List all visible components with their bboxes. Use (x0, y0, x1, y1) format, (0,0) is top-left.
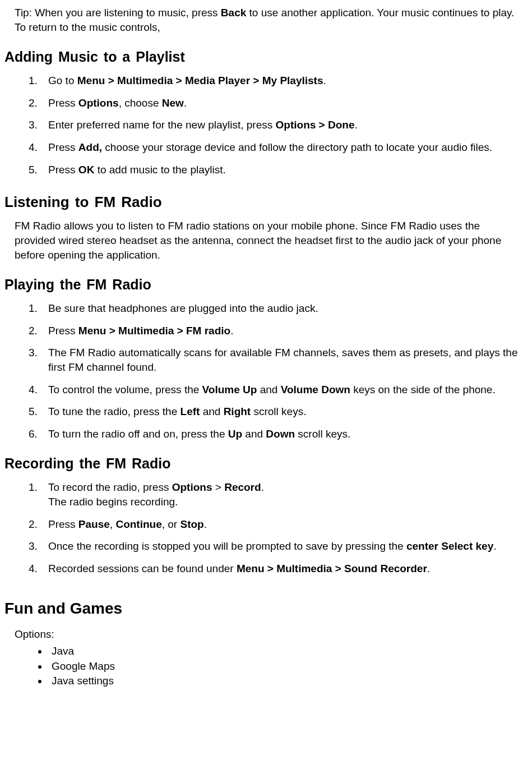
step-text: Once the recording is stopped you will b… (48, 540, 406, 552)
step-text: To record the radio, press (48, 481, 172, 493)
key-ok: OK (78, 164, 95, 176)
step-text: scroll keys. (251, 406, 306, 417)
step-text: Enter preferred name for the new playlis… (48, 119, 276, 131)
step-text: choose your storage device and follow th… (102, 141, 492, 153)
key-volume-down: Volume Down (281, 384, 350, 395)
list-playing-fm: Be sure that headphones are plugged into… (4, 301, 521, 441)
key-stop: Stop (180, 518, 203, 530)
fm-intro-paragraph: FM Radio allows you to listen to FM radi… (15, 219, 521, 262)
key-record: Record (224, 481, 261, 493)
list-item: Press Menu > Multimedia > FM radio. (40, 324, 521, 338)
key-options: Options (172, 481, 212, 493)
list-adding-music: Go to Menu > Multimedia > Media Player >… (4, 73, 521, 177)
list-item: Press Options, choose New. (40, 96, 521, 111)
step-text: . (354, 119, 357, 131)
step-text: keys on the side of the phone. (350, 384, 496, 395)
list-item: Press Add, choose your storage device an… (40, 140, 521, 155)
key-right: Right (224, 406, 251, 417)
step-text: > (212, 481, 225, 493)
key-continue: Continue (115, 518, 161, 530)
list-item: Be sure that headphones are plugged into… (40, 301, 521, 316)
step-text: Press (48, 141, 78, 153)
step-text: , (110, 518, 116, 530)
step-text: Go to (48, 75, 77, 86)
menu-path: Menu > Multimedia > Sound Recorder (237, 563, 427, 574)
list-item: To turn the radio off and on, press the … (40, 427, 521, 441)
step-text: . (261, 481, 264, 493)
step-text: Press (48, 325, 78, 337)
step-text: , choose (119, 97, 162, 109)
options-label: Options: (15, 627, 521, 642)
step-text: . (230, 325, 233, 337)
list-item: Recorded sessions can be found under Men… (40, 561, 521, 576)
step-text: Press (48, 97, 78, 109)
bullet-item: Google Maps (48, 659, 521, 674)
key-center-select: center Select key (406, 540, 493, 552)
step-text: The FM Radio automatically scans for ava… (48, 347, 517, 373)
list-item: To record the radio, press Options > Rec… (40, 480, 521, 509)
heading-recording-fm: Recording the FM Radio (4, 454, 521, 473)
key-add: Add, (78, 141, 102, 153)
key-options-done: Options > Done (276, 119, 355, 131)
step-text: . (323, 75, 326, 86)
key-new: New (162, 97, 184, 109)
heading-playing-fm: Playing the FM Radio (4, 275, 521, 294)
step-text: and (257, 384, 280, 395)
step-text: . (493, 540, 496, 552)
step-text: and (200, 406, 223, 417)
tip-back-key: Back (221, 7, 246, 19)
key-pause: Pause (78, 518, 110, 530)
key-left: Left (181, 406, 200, 417)
key-volume-up: Volume Up (202, 384, 257, 395)
list-item: Once the recording is stopped you will b… (40, 539, 521, 554)
step-text: Recorded sessions can be found under (48, 563, 237, 574)
list-item: To control the volume, press the Volume … (40, 383, 521, 397)
step-text: Press (48, 518, 78, 530)
bullet-item: Java (48, 644, 521, 659)
list-item: The FM Radio automatically scans for ava… (40, 346, 521, 374)
tip-paragraph: Tip: When you are listening to music, pr… (15, 6, 521, 34)
step-text: . (427, 563, 430, 574)
step-text: , or (162, 518, 181, 530)
list-fun-games-options: Java Google Maps Java settings (4, 644, 521, 688)
step-text: To turn the radio off and on, press the (48, 428, 228, 440)
step-text: scroll keys. (295, 428, 350, 440)
list-item: Press Pause, Continue, or Stop. (40, 517, 521, 532)
step-text: Be sure that headphones are plugged into… (48, 302, 318, 314)
heading-listening-fm: Listening to FM Radio (4, 192, 521, 212)
step-text-line2: The radio begins recording. (48, 496, 178, 508)
key-options: Options (78, 97, 119, 109)
key-up: Up (228, 428, 242, 440)
step-text: Press (48, 164, 78, 176)
step-text: and (242, 428, 266, 440)
list-recording-fm: To record the radio, press Options > Rec… (4, 480, 521, 576)
step-text: To control the volume, press the (48, 384, 202, 395)
step-text: . (204, 518, 207, 530)
tip-text-pre: Tip: When you are listening to music, pr… (15, 7, 221, 19)
menu-path: Menu > Multimedia > FM radio (78, 325, 230, 337)
key-down: Down (266, 428, 295, 440)
menu-path: Menu > Multimedia > Media Player > My Pl… (77, 75, 323, 86)
heading-fun-and-games: Fun and Games (4, 598, 521, 619)
bullet-item: Java settings (48, 674, 521, 688)
list-item: Enter preferred name for the new playlis… (40, 118, 521, 132)
step-text: . (184, 97, 187, 109)
list-item: Go to Menu > Multimedia > Media Player >… (40, 73, 521, 88)
list-item: To tune the radio, press the Left and Ri… (40, 404, 521, 419)
step-text: To tune the radio, press the (48, 406, 181, 417)
list-item: Press OK to add music to the playlist. (40, 163, 521, 177)
step-text: to add music to the playlist. (94, 164, 225, 176)
heading-adding-music: Adding Music to a Playlist (4, 48, 521, 67)
